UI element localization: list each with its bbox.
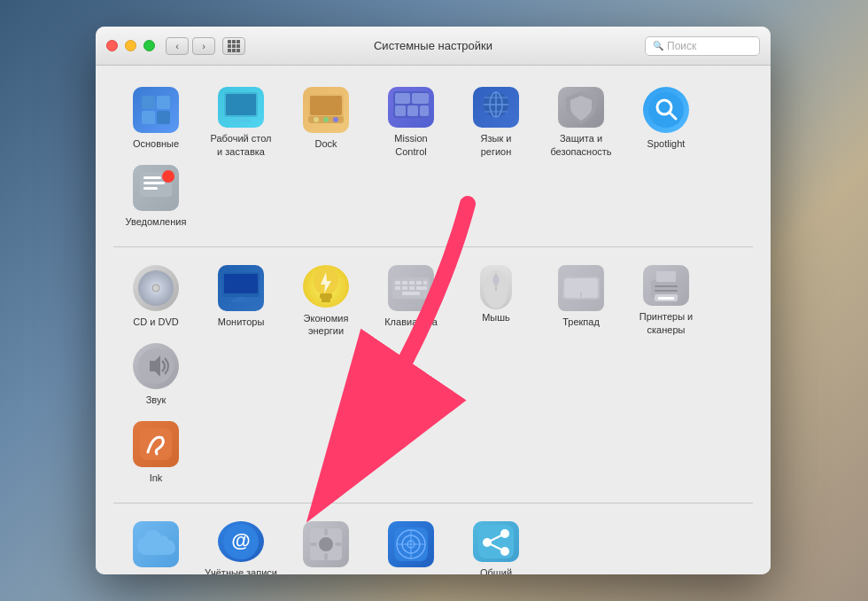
pref-extensions[interactable]: Расширения [283, 514, 368, 574]
icon-trackpad [558, 265, 604, 311]
pref-monitors[interactable]: Мониторы [198, 258, 283, 336]
svg-point-13 [333, 117, 338, 122]
svg-point-73 [319, 537, 333, 551]
pref-keyboard[interactable]: Клавиатура [368, 258, 453, 336]
pref-energy[interactable]: Экономияэнергии [283, 258, 368, 336]
icon-spotlight [643, 87, 689, 133]
pref-lang[interactable]: Язык ирегион [453, 80, 539, 158]
icon-desktop [218, 87, 264, 128]
label-ink: Ink [150, 472, 163, 484]
svg-rect-76 [310, 542, 317, 546]
pref-accounts[interactable]: @ Учётные записиинтернета [198, 514, 283, 574]
label-sharing: Общийдоступ [480, 566, 512, 574]
svg-rect-17 [395, 105, 406, 116]
maximize-button[interactable] [143, 40, 155, 51]
search-icon: 🔍 [653, 41, 663, 51]
icon-keyboard [388, 265, 434, 311]
svg-rect-77 [335, 542, 342, 546]
svg-rect-9 [310, 96, 342, 115]
pref-sound[interactable]: Звук [113, 336, 198, 414]
icon-security [558, 87, 604, 128]
back-button[interactable]: ‹ [166, 37, 189, 55]
svg-rect-63 [655, 290, 678, 292]
pref-icloud[interactable]: iCloud [113, 514, 198, 574]
svg-rect-69 [140, 428, 172, 460]
svg-rect-54 [402, 292, 420, 295]
svg-rect-0 [142, 96, 155, 109]
section-internet: iCloud @ Учётные записиинтернета [113, 514, 753, 574]
icon-osnovnye [133, 87, 179, 133]
label-dock: Dock [314, 137, 337, 150]
pref-mission[interactable]: MissionControl [368, 80, 453, 158]
label-accounts: Учётные записиинтернета [205, 566, 277, 574]
svg-rect-5 [226, 94, 256, 115]
pref-cd[interactable]: CD и DVD [113, 258, 198, 336]
svg-point-26 [648, 92, 684, 128]
icon-notifications [133, 165, 179, 211]
svg-rect-39 [232, 300, 250, 302]
pref-trackpad[interactable]: Трекпад [539, 258, 624, 336]
svg-rect-48 [416, 281, 422, 285]
pref-mouse[interactable]: Мышь [453, 258, 539, 336]
svg-rect-45 [395, 281, 400, 285]
svg-point-11 [314, 117, 319, 122]
section-ink: Ink [113, 414, 753, 492]
system-preferences-window: ‹ › Системные настройки 🔍 Поиск [96, 27, 771, 574]
label-mission: MissionControl [394, 132, 427, 158]
pref-desktop[interactable]: Рабочий столи заставка [198, 80, 283, 158]
search-box[interactable]: 🔍 Поиск [645, 36, 760, 56]
icon-cd [133, 265, 179, 311]
nav-buttons: ‹ › [166, 37, 215, 55]
svg-point-30 [162, 170, 174, 183]
icon-ink [133, 421, 179, 467]
icon-icloud [133, 521, 179, 567]
label-security: Защита ибезопасность [550, 132, 611, 158]
svg-rect-19 [420, 105, 429, 116]
svg-rect-32 [143, 182, 165, 184]
pref-security[interactable]: Защита ибезопасность [539, 80, 624, 158]
label-notifications: Уведомления [126, 215, 187, 228]
traffic-lights [106, 40, 155, 51]
grid-icon [228, 40, 240, 52]
icon-lang [473, 87, 519, 128]
section-hardware: CD и DVD Мониторы [113, 258, 753, 414]
icon-energy [303, 265, 349, 308]
svg-rect-66 [658, 297, 674, 300]
divider-1 [113, 246, 753, 247]
svg-rect-31 [143, 176, 161, 179]
icon-mission [388, 87, 434, 128]
label-extensions: Расширения [298, 572, 354, 574]
pref-dock[interactable]: Dock [283, 80, 368, 158]
svg-rect-47 [409, 281, 415, 285]
titlebar: ‹ › Системные настройки 🔍 Поиск [96, 27, 771, 66]
pref-sharing[interactable]: Общийдоступ [453, 514, 539, 574]
svg-rect-16 [412, 93, 429, 104]
svg-rect-1 [157, 96, 170, 109]
forward-button[interactable]: › [192, 37, 215, 55]
svg-rect-52 [409, 286, 415, 290]
search-placeholder: Поиск [667, 40, 696, 52]
pref-notifications[interactable]: Уведомления [113, 158, 198, 236]
svg-rect-64 [656, 271, 676, 282]
icon-dock [303, 87, 349, 133]
label-mouse: Мышь [482, 311, 510, 324]
label-sound: Звук [146, 394, 167, 406]
minimize-button[interactable] [125, 40, 136, 51]
svg-point-57 [492, 275, 500, 285]
label-cd: CD и DVD [133, 316, 178, 328]
close-button[interactable] [106, 40, 118, 51]
svg-rect-3 [157, 111, 170, 124]
svg-rect-49 [423, 281, 427, 285]
grid-view-button[interactable] [222, 37, 245, 55]
pref-osnovnye[interactable]: Основные [113, 80, 198, 158]
svg-rect-18 [407, 105, 418, 116]
pref-network[interactable]: Сеть [368, 514, 453, 574]
pref-ink[interactable]: Ink [113, 414, 198, 492]
svg-rect-75 [324, 553, 328, 560]
window-title: Системные настройки [374, 39, 492, 52]
label-energy: Экономияэнергии [304, 312, 349, 338]
svg-rect-2 [142, 111, 155, 124]
pref-spotlight[interactable]: Spotlight [624, 80, 709, 158]
svg-rect-62 [655, 285, 678, 287]
pref-printer[interactable]: Принтеры исканеры [624, 258, 709, 336]
